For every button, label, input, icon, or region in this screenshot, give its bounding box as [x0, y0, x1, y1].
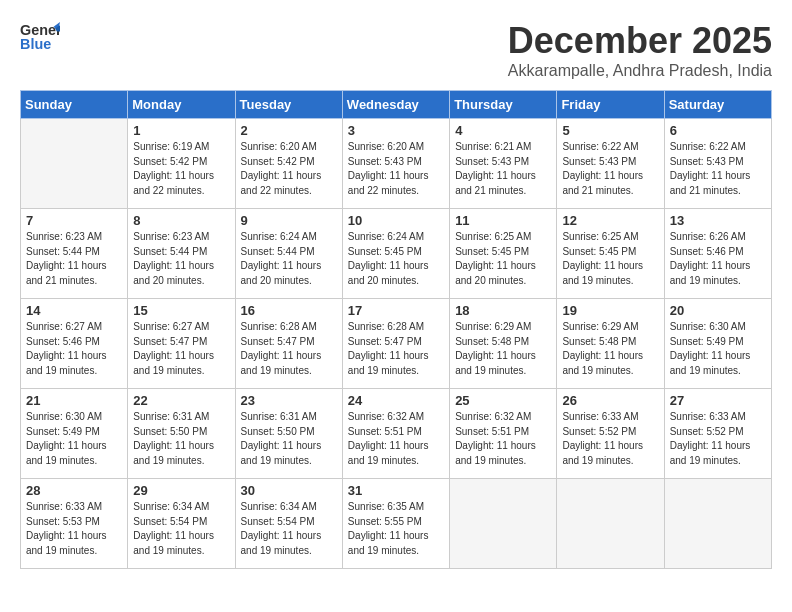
calendar-week-4: 21Sunrise: 6:30 AM Sunset: 5:49 PM Dayli…	[21, 389, 772, 479]
day-info: Sunrise: 6:20 AM Sunset: 5:43 PM Dayligh…	[348, 140, 444, 198]
day-number: 9	[241, 213, 337, 228]
weekday-header-row: SundayMondayTuesdayWednesdayThursdayFrid…	[21, 91, 772, 119]
day-info: Sunrise: 6:35 AM Sunset: 5:55 PM Dayligh…	[348, 500, 444, 558]
calendar-cell: 27Sunrise: 6:33 AM Sunset: 5:52 PM Dayli…	[664, 389, 771, 479]
calendar-cell: 9Sunrise: 6:24 AM Sunset: 5:44 PM Daylig…	[235, 209, 342, 299]
calendar-cell: 19Sunrise: 6:29 AM Sunset: 5:48 PM Dayli…	[557, 299, 664, 389]
day-number: 18	[455, 303, 551, 318]
weekday-header-tuesday: Tuesday	[235, 91, 342, 119]
day-number: 22	[133, 393, 229, 408]
calendar-cell: 22Sunrise: 6:31 AM Sunset: 5:50 PM Dayli…	[128, 389, 235, 479]
calendar-cell: 3Sunrise: 6:20 AM Sunset: 5:43 PM Daylig…	[342, 119, 449, 209]
calendar-cell: 14Sunrise: 6:27 AM Sunset: 5:46 PM Dayli…	[21, 299, 128, 389]
calendar-cell: 21Sunrise: 6:30 AM Sunset: 5:49 PM Dayli…	[21, 389, 128, 479]
calendar-week-1: 1Sunrise: 6:19 AM Sunset: 5:42 PM Daylig…	[21, 119, 772, 209]
day-info: Sunrise: 6:22 AM Sunset: 5:43 PM Dayligh…	[562, 140, 658, 198]
calendar-cell: 29Sunrise: 6:34 AM Sunset: 5:54 PM Dayli…	[128, 479, 235, 569]
page-header: General Blue December 2025 Akkarampalle,…	[20, 20, 772, 80]
month-title: December 2025	[508, 20, 772, 62]
day-number: 23	[241, 393, 337, 408]
weekday-header-saturday: Saturday	[664, 91, 771, 119]
day-info: Sunrise: 6:23 AM Sunset: 5:44 PM Dayligh…	[26, 230, 122, 288]
day-info: Sunrise: 6:32 AM Sunset: 5:51 PM Dayligh…	[455, 410, 551, 468]
logo: General Blue	[20, 20, 60, 56]
weekday-header-wednesday: Wednesday	[342, 91, 449, 119]
day-number: 26	[562, 393, 658, 408]
calendar-cell: 10Sunrise: 6:24 AM Sunset: 5:45 PM Dayli…	[342, 209, 449, 299]
calendar-week-2: 7Sunrise: 6:23 AM Sunset: 5:44 PM Daylig…	[21, 209, 772, 299]
day-number: 6	[670, 123, 766, 138]
calendar-cell: 24Sunrise: 6:32 AM Sunset: 5:51 PM Dayli…	[342, 389, 449, 479]
day-number: 25	[455, 393, 551, 408]
day-info: Sunrise: 6:33 AM Sunset: 5:52 PM Dayligh…	[562, 410, 658, 468]
day-number: 7	[26, 213, 122, 228]
day-info: Sunrise: 6:28 AM Sunset: 5:47 PM Dayligh…	[348, 320, 444, 378]
day-info: Sunrise: 6:29 AM Sunset: 5:48 PM Dayligh…	[455, 320, 551, 378]
day-number: 8	[133, 213, 229, 228]
calendar-cell: 16Sunrise: 6:28 AM Sunset: 5:47 PM Dayli…	[235, 299, 342, 389]
svg-text:Blue: Blue	[20, 36, 51, 52]
calendar-cell: 4Sunrise: 6:21 AM Sunset: 5:43 PM Daylig…	[450, 119, 557, 209]
weekday-header-friday: Friday	[557, 91, 664, 119]
day-info: Sunrise: 6:27 AM Sunset: 5:46 PM Dayligh…	[26, 320, 122, 378]
location: Akkarampalle, Andhra Pradesh, India	[508, 62, 772, 80]
calendar-cell	[664, 479, 771, 569]
calendar-cell: 15Sunrise: 6:27 AM Sunset: 5:47 PM Dayli…	[128, 299, 235, 389]
calendar-cell: 23Sunrise: 6:31 AM Sunset: 5:50 PM Dayli…	[235, 389, 342, 479]
day-number: 16	[241, 303, 337, 318]
weekday-header-monday: Monday	[128, 91, 235, 119]
calendar-cell: 6Sunrise: 6:22 AM Sunset: 5:43 PM Daylig…	[664, 119, 771, 209]
day-info: Sunrise: 6:28 AM Sunset: 5:47 PM Dayligh…	[241, 320, 337, 378]
calendar-cell: 30Sunrise: 6:34 AM Sunset: 5:54 PM Dayli…	[235, 479, 342, 569]
day-number: 31	[348, 483, 444, 498]
calendar-cell: 12Sunrise: 6:25 AM Sunset: 5:45 PM Dayli…	[557, 209, 664, 299]
day-number: 5	[562, 123, 658, 138]
day-info: Sunrise: 6:21 AM Sunset: 5:43 PM Dayligh…	[455, 140, 551, 198]
logo-icon: General Blue	[20, 20, 60, 56]
day-info: Sunrise: 6:24 AM Sunset: 5:45 PM Dayligh…	[348, 230, 444, 288]
calendar-cell: 1Sunrise: 6:19 AM Sunset: 5:42 PM Daylig…	[128, 119, 235, 209]
calendar-cell: 11Sunrise: 6:25 AM Sunset: 5:45 PM Dayli…	[450, 209, 557, 299]
calendar-cell: 28Sunrise: 6:33 AM Sunset: 5:53 PM Dayli…	[21, 479, 128, 569]
day-info: Sunrise: 6:30 AM Sunset: 5:49 PM Dayligh…	[670, 320, 766, 378]
day-number: 29	[133, 483, 229, 498]
day-info: Sunrise: 6:31 AM Sunset: 5:50 PM Dayligh…	[133, 410, 229, 468]
day-number: 17	[348, 303, 444, 318]
calendar-cell: 13Sunrise: 6:26 AM Sunset: 5:46 PM Dayli…	[664, 209, 771, 299]
day-info: Sunrise: 6:25 AM Sunset: 5:45 PM Dayligh…	[455, 230, 551, 288]
day-info: Sunrise: 6:34 AM Sunset: 5:54 PM Dayligh…	[133, 500, 229, 558]
calendar-cell: 5Sunrise: 6:22 AM Sunset: 5:43 PM Daylig…	[557, 119, 664, 209]
day-number: 10	[348, 213, 444, 228]
day-number: 14	[26, 303, 122, 318]
day-number: 21	[26, 393, 122, 408]
calendar-week-3: 14Sunrise: 6:27 AM Sunset: 5:46 PM Dayli…	[21, 299, 772, 389]
weekday-header-sunday: Sunday	[21, 91, 128, 119]
calendar-week-5: 28Sunrise: 6:33 AM Sunset: 5:53 PM Dayli…	[21, 479, 772, 569]
day-number: 12	[562, 213, 658, 228]
day-number: 1	[133, 123, 229, 138]
day-number: 19	[562, 303, 658, 318]
calendar-cell: 8Sunrise: 6:23 AM Sunset: 5:44 PM Daylig…	[128, 209, 235, 299]
day-number: 13	[670, 213, 766, 228]
day-info: Sunrise: 6:27 AM Sunset: 5:47 PM Dayligh…	[133, 320, 229, 378]
calendar-cell	[450, 479, 557, 569]
day-info: Sunrise: 6:26 AM Sunset: 5:46 PM Dayligh…	[670, 230, 766, 288]
day-number: 3	[348, 123, 444, 138]
calendar-table: SundayMondayTuesdayWednesdayThursdayFrid…	[20, 90, 772, 569]
calendar-cell: 20Sunrise: 6:30 AM Sunset: 5:49 PM Dayli…	[664, 299, 771, 389]
calendar-cell: 2Sunrise: 6:20 AM Sunset: 5:42 PM Daylig…	[235, 119, 342, 209]
svg-text:General: General	[20, 22, 60, 38]
calendar-cell	[557, 479, 664, 569]
day-info: Sunrise: 6:24 AM Sunset: 5:44 PM Dayligh…	[241, 230, 337, 288]
day-info: Sunrise: 6:34 AM Sunset: 5:54 PM Dayligh…	[241, 500, 337, 558]
day-info: Sunrise: 6:25 AM Sunset: 5:45 PM Dayligh…	[562, 230, 658, 288]
day-number: 20	[670, 303, 766, 318]
calendar-cell: 25Sunrise: 6:32 AM Sunset: 5:51 PM Dayli…	[450, 389, 557, 479]
day-info: Sunrise: 6:19 AM Sunset: 5:42 PM Dayligh…	[133, 140, 229, 198]
day-number: 28	[26, 483, 122, 498]
calendar-cell: 31Sunrise: 6:35 AM Sunset: 5:55 PM Dayli…	[342, 479, 449, 569]
day-info: Sunrise: 6:29 AM Sunset: 5:48 PM Dayligh…	[562, 320, 658, 378]
day-number: 15	[133, 303, 229, 318]
day-info: Sunrise: 6:33 AM Sunset: 5:53 PM Dayligh…	[26, 500, 122, 558]
weekday-header-thursday: Thursday	[450, 91, 557, 119]
